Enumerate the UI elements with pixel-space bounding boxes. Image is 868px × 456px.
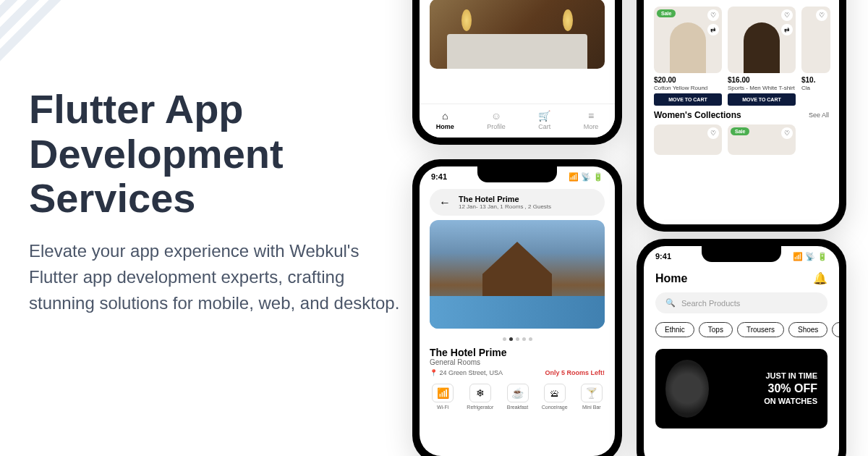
banner-line1: JUST IN TIME <box>709 371 817 381</box>
banner-line3: ON WATCHES <box>709 396 817 406</box>
phone-mockup-home-search: 9:41📶 📡 🔋 Home🔔 🔍Search Products Ethnic … <box>637 239 846 456</box>
menu-icon: ≡ <box>588 110 594 122</box>
hotel-header-pill[interactable]: ← The Hotel Prime 12 Jan- 13 Jan, 1 Room… <box>430 189 605 216</box>
status-icons: 📶 📡 🔋 <box>793 252 827 261</box>
image-pagination[interactable] <box>420 332 615 347</box>
room-image[interactable] <box>430 0 605 69</box>
sale-badge: Sale <box>731 127 749 135</box>
favorite-icon[interactable]: ♡ <box>707 9 719 21</box>
promo-banner[interactable]: JUST IN TIME 30% OFF ON WATCHES <box>655 349 827 428</box>
product-price: $16.00 <box>728 73 796 84</box>
filter-chip-tops[interactable]: Tops <box>699 322 733 337</box>
banner-line2: 30% OFF <box>709 381 817 397</box>
status-icons: 📶 📡 🔋 <box>569 172 603 182</box>
favorite-icon[interactable]: ♡ <box>781 9 793 21</box>
hotel-name: The Hotel Prime <box>459 195 551 203</box>
page-title: Home <box>655 272 687 285</box>
bottom-nav: ⌂Home ☺Profile 🛒Cart ≡More <box>420 104 615 138</box>
product-price: $10. <box>801 73 830 84</box>
fridge-icon: ❄ <box>469 384 491 402</box>
status-time: 9:41 <box>655 252 671 261</box>
search-placeholder: Search Products <box>681 299 740 308</box>
phone-mockup-shop: Woman Men Kid Shoes Bag New ProductsSee … <box>637 0 846 232</box>
search-input[interactable]: 🔍Search Products <box>655 292 827 313</box>
collection-image[interactable]: ♡ <box>654 124 722 155</box>
hero-title: Flutter App Development Services <box>29 87 405 221</box>
phone-mockups: 🛏Luxury Rooms 👨‍🍳Top chefs 🍴Restaurants … <box>412 0 868 456</box>
hotel-location: 📍 24 Green Street, USA <box>430 369 503 376</box>
product-card[interactable]: ♡⇄ $16.00 Sports - Men White T-shirt MOV… <box>728 7 796 106</box>
rooms-left-warning: Only 5 Rooms Left! <box>545 369 605 376</box>
sale-badge: Sale <box>657 9 676 17</box>
product-name: Cotton Yellow Round <box>654 84 722 93</box>
amenity-minibar: 🍸Mini Bar <box>581 384 603 410</box>
cart-icon: 🛒 <box>538 110 550 122</box>
breakfast-icon: ☕ <box>507 384 529 402</box>
amenity-refrigerator: ❄Refrigerator <box>467 384 493 410</box>
product-name: Sports - Men White T-shirt <box>728 84 796 93</box>
phone-mockup-hotel-home: 🛏Luxury Rooms 👨‍🍳Top chefs 🍴Restaurants … <box>412 0 622 145</box>
filter-chip-dresses[interactable]: Dres <box>832 322 839 337</box>
amenity-breakfast: ☕Breakfast <box>507 384 529 410</box>
home-icon: ⌂ <box>442 110 448 122</box>
hotel-main-image[interactable] <box>430 220 605 329</box>
favorite-icon[interactable]: ♡ <box>707 127 719 139</box>
search-icon: 🔍 <box>665 298 676 308</box>
section-womens-collections: Women's Collections <box>654 110 741 120</box>
filter-chip-shoes[interactable]: Shoes <box>788 322 827 337</box>
hero-subtitle: Elevate your app experience with Webkul'… <box>29 238 405 316</box>
see-all-link[interactable]: See All <box>809 111 829 119</box>
notification-icon[interactable]: 🔔 <box>813 271 827 285</box>
amenity-concierge: 🛎Conceirage <box>542 384 568 410</box>
nav-profile[interactable]: ☺Profile <box>487 110 506 130</box>
wifi-icon: 📶 <box>432 384 454 402</box>
phone-mockup-hotel-detail: 9:41📶 📡 🔋 ← The Hotel Prime 12 Jan- 13 J… <box>412 159 622 456</box>
compare-icon[interactable]: ⇄ <box>781 24 793 35</box>
product-name: Cla <box>801 84 830 93</box>
status-time: 9:41 <box>431 172 447 182</box>
amenity-wifi: 📶Wi-Fi <box>432 384 454 410</box>
collection-image[interactable]: Sale♡ <box>728 124 796 155</box>
product-card[interactable]: ♡ $10. Cla <box>801 7 830 106</box>
favorite-icon[interactable]: ♡ <box>781 127 793 139</box>
nav-cart[interactable]: 🛒Cart <box>538 110 550 130</box>
filter-chip-trousers[interactable]: Trousers <box>737 322 784 337</box>
back-button[interactable]: ← <box>438 196 451 209</box>
cocktail-icon: 🍸 <box>581 384 603 402</box>
section-new-products: New Products <box>654 0 712 2</box>
user-icon: ☺ <box>491 110 501 122</box>
filter-chip-ethnic[interactable]: Ethnic <box>655 322 694 337</box>
product-card[interactable]: Sale♡⇄ $20.00 Cotton Yellow Round MOVE T… <box>654 7 722 106</box>
watch-image <box>665 360 709 418</box>
see-all-link[interactable]: See All <box>809 0 829 1</box>
hotel-title: The Hotel Prime <box>430 347 605 358</box>
hotel-dates: 12 Jan- 13 Jan, 1 Rooms , 2 Guests <box>459 203 551 210</box>
compare-icon[interactable]: ⇄ <box>707 24 719 35</box>
move-to-cart-button[interactable]: MOVE TO CART <box>654 93 722 106</box>
hotel-room-type: General Rooms <box>430 358 605 366</box>
favorite-icon[interactable]: ♡ <box>816 9 827 21</box>
nav-home[interactable]: ⌂Home <box>436 110 454 130</box>
nav-more[interactable]: ≡More <box>584 110 599 130</box>
move-to-cart-button[interactable]: MOVE TO CART <box>728 93 796 106</box>
bell-icon: 🛎 <box>544 384 566 402</box>
product-price: $20.00 <box>654 73 722 84</box>
